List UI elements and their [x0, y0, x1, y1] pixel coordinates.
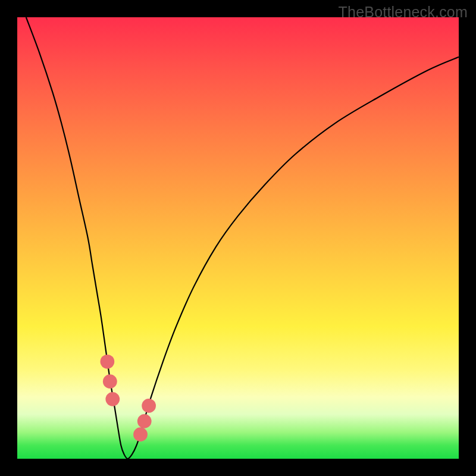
marker-dot [105, 392, 120, 406]
bottleneck-plot [17, 17, 459, 459]
marker-dot [133, 427, 148, 441]
marker-dot [103, 374, 117, 389]
marker-dot [101, 355, 115, 369]
marker-dot [137, 414, 152, 428]
chart-area [17, 17, 459, 459]
marker-dot [142, 399, 156, 413]
marker-layer [98, 300, 167, 458]
watermark-text: TheBottleneck.com [339, 4, 468, 21]
bottleneck-curve [26, 17, 459, 459]
marker-pill [98, 300, 104, 344]
